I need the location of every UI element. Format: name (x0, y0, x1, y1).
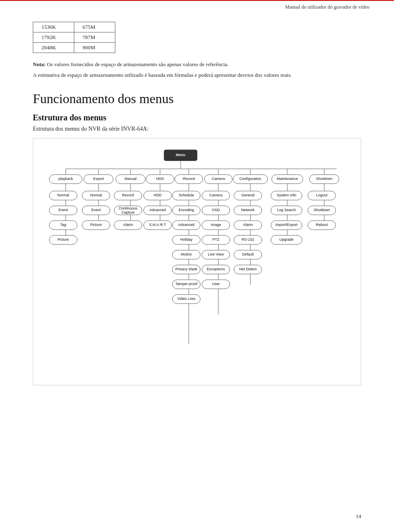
svg-text:Manual: Manual (124, 177, 137, 181)
svg-text:Image: Image (211, 223, 221, 227)
svg-text:Alarm: Alarm (243, 223, 253, 227)
svg-text:Capture: Capture (121, 210, 135, 214)
page-number: 14 (356, 513, 361, 519)
svg-text:Shutdown: Shutdown (314, 208, 330, 212)
svg-text:Import/Export: Import/Export (275, 223, 298, 227)
svg-text:HDD: HDD (156, 177, 164, 181)
svg-text:Tag: Tag (60, 223, 66, 227)
svg-text:Schedule: Schedule (179, 193, 194, 197)
svg-text:Default: Default (242, 252, 254, 256)
page-content: 1536K 675M 1792K 787M 2048K 900M Nota: O… (0, 14, 394, 410)
svg-text:Configuration: Configuration (239, 177, 261, 181)
svg-text:Logout: Logout (316, 193, 328, 197)
table-row: 2048K 900M (33, 43, 115, 53)
page-header: Manual do utilizador do gravador de víde… (0, 0, 394, 14)
table-row: 1536K 675M (33, 22, 115, 32)
svg-text:Picture: Picture (90, 223, 102, 227)
svg-text:Picture: Picture (57, 237, 69, 242)
table-cell: 675M (74, 22, 115, 32)
svg-text:Export: Export (93, 177, 104, 181)
svg-text:Event: Event (91, 208, 101, 212)
svg-text:Reboot: Reboot (316, 223, 328, 227)
svg-text:Menu: Menu (176, 153, 186, 157)
svg-text:Exceptions: Exceptions (207, 267, 225, 271)
table-row: 1792K 787M (33, 32, 115, 43)
svg-text:Network: Network (241, 208, 255, 212)
svg-text:Normal: Normal (57, 193, 69, 197)
svg-text:Video Loss: Video Loss (177, 297, 196, 301)
sub-section-title: Estrutura dos menus (33, 113, 361, 122)
svg-text:Motion: Motion (181, 252, 192, 256)
svg-text:Maintenance: Maintenance (277, 177, 298, 181)
header-title: Manual do utilizador do gravador de víde… (285, 4, 369, 10)
svg-text:Live View: Live View (208, 252, 224, 256)
table-cell: 2048K (33, 43, 74, 53)
svg-text:Tamper-proof: Tamper-proof (175, 282, 197, 286)
storage-table: 1536K 675M 1792K 787M 2048K 900M (33, 22, 115, 53)
svg-text:Advanced: Advanced (178, 223, 195, 227)
note-1-text: Os valores fornecidos de espaço de armaz… (47, 61, 229, 67)
page-footer: 14 (356, 513, 361, 520)
svg-text:User: User (212, 282, 220, 286)
table-cell: 787M (74, 32, 115, 43)
svg-text:RS-232: RS-232 (242, 237, 254, 242)
svg-text:Event: Event (58, 208, 68, 212)
svg-text:General: General (241, 193, 254, 197)
svg-text:Encoding: Encoding (179, 208, 194, 212)
svg-text:HDD: HDD (153, 193, 162, 197)
menu-diagram: .box { fill: white; stroke: #555; stroke… (33, 138, 361, 385)
svg-text:System Info: System Info (277, 193, 296, 197)
svg-text:Camera: Camera (212, 177, 225, 181)
svg-text:Record: Record (183, 177, 195, 181)
svg-text:Shutdown: Shutdown (316, 177, 332, 181)
svg-text:Privacy Mask: Privacy Mask (175, 267, 197, 271)
diagram-intro: Estrutura dos menus do NVR da série INVR… (33, 126, 361, 132)
table-cell: 1792K (33, 32, 74, 43)
svg-text:Net Detect: Net Detect (239, 267, 257, 271)
svg-text:Camera: Camera (209, 193, 222, 197)
note-1: Nota: Os valores fornecidos de espaço de… (33, 60, 361, 69)
nota-label: Nota: (33, 61, 46, 67)
svg-text:S.M.A.R.T: S.M.A.R.T (149, 223, 166, 227)
svg-text:Advanced: Advanced (149, 208, 166, 212)
table-cell: 900M (74, 43, 115, 53)
svg-text:Normal: Normal (90, 193, 102, 197)
main-section-title: Funcionamento dos menus (33, 91, 361, 106)
svg-text:Record: Record (122, 193, 134, 197)
svg-text:playback: playback (58, 177, 73, 181)
svg-text:Continuous: Continuous (119, 206, 137, 210)
svg-text:Log Search: Log Search (277, 208, 296, 212)
table-cell: 1536K (33, 22, 74, 32)
svg-text:PTZ: PTZ (213, 237, 220, 242)
diagram-svg: .box { fill: white; stroke: #555; stroke… (41, 147, 353, 377)
svg-text:Alarm: Alarm (123, 223, 133, 227)
svg-text:Holiday: Holiday (180, 237, 193, 242)
note-2: A estimativa de espaço de armazenamento … (33, 71, 361, 79)
svg-text:OSD: OSD (212, 208, 220, 212)
svg-text:Upgrade: Upgrade (279, 237, 294, 242)
